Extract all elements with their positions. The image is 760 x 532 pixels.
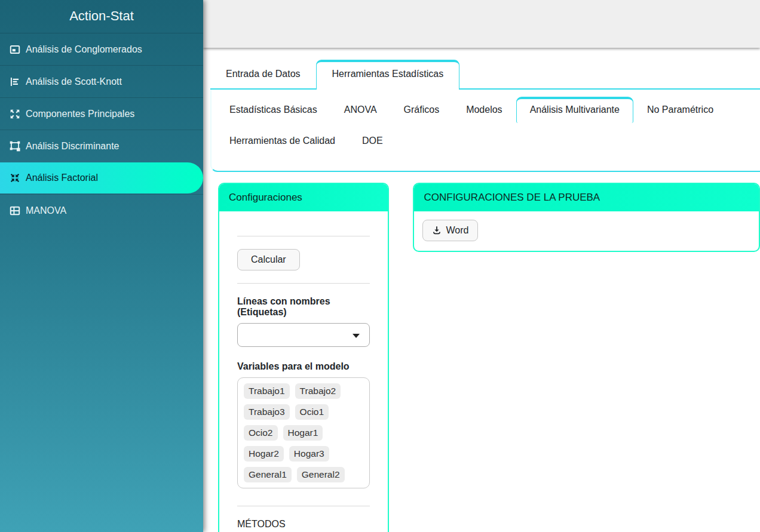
- tab-modelos[interactable]: Modelos: [453, 97, 515, 123]
- sidebar-item-label: Componentes Principales: [26, 109, 134, 119]
- bar-chart-icon: [10, 76, 20, 87]
- vector-square-icon: [10, 141, 20, 152]
- variable-chip[interactable]: General1: [244, 467, 292, 482]
- variable-chip[interactable]: General2: [297, 467, 345, 482]
- divider: [237, 283, 370, 284]
- labels-field-label: Líneas con nombres (Etiquetas): [237, 296, 370, 318]
- download-icon: [432, 226, 442, 235]
- tab-estadisticas-basicas[interactable]: Estadísticas Básicas: [216, 97, 330, 123]
- config-panel-title: Configuraciones: [219, 184, 388, 211]
- content-area: Entrada de Datos Herramientas Estadístic…: [203, 48, 760, 532]
- sidebar-item-manova[interactable]: MANOVA: [0, 194, 203, 226]
- app-root: Action-Stat Análisis de Conglomerados An…: [0, 0, 760, 532]
- tab-no-parametrico[interactable]: No Paramétrico: [634, 97, 727, 123]
- variable-chip[interactable]: Ocio2: [244, 425, 278, 441]
- divider: [237, 506, 370, 506]
- tab-entrada-de-datos[interactable]: Entrada de Datos: [210, 60, 316, 88]
- tab-anova[interactable]: ANOVA: [331, 97, 390, 123]
- chevron-down-icon: [353, 334, 360, 338]
- expand-arrows-icon: [10, 109, 20, 119]
- variable-chip[interactable]: Trabajo1: [244, 383, 290, 399]
- tab-doe[interactable]: DOE: [349, 128, 396, 154]
- word-button-label: Word: [446, 225, 468, 236]
- sidebar-item-scott-knott[interactable]: Análisis de Scott-Knott: [0, 65, 203, 97]
- variable-chip[interactable]: Hogar3: [289, 446, 329, 462]
- tab-herramientas-estadisticas[interactable]: Herramientas Estadísticas: [316, 60, 460, 90]
- app-title: Action-Stat: [0, 0, 203, 33]
- top-header-band: [203, 0, 760, 48]
- sidebar-item-label: Análisis Factorial: [26, 173, 98, 183]
- methods-heading: MÉTODOS: [237, 519, 370, 530]
- sidebar: Action-Stat Análisis de Conglomerados An…: [0, 0, 203, 532]
- sidebar-item-factorial[interactable]: Análisis Factorial: [0, 162, 203, 193]
- variables-multiselect[interactable]: Trabajo1 Trabajo2 Trabajo3 Ocio1 Ocio2 H…: [237, 377, 370, 488]
- word-export-button[interactable]: Word: [422, 220, 478, 241]
- tabbar-level2: Estadísticas Básicas ANOVA Gráficos Mode…: [216, 97, 757, 159]
- variable-chip[interactable]: Trabajo2: [295, 383, 341, 399]
- image-icon: [10, 44, 20, 55]
- main-area: Entrada de Datos Herramientas Estadístic…: [203, 0, 760, 532]
- tab-graficos[interactable]: Gráficos: [391, 97, 453, 123]
- tab-analisis-multivariante[interactable]: Análisis Multivariante: [516, 97, 633, 123]
- results-panel-body: Word: [414, 211, 759, 251]
- sidebar-item-label: Análisis Discriminante: [26, 141, 119, 152]
- subtab-panel: Estadísticas Básicas ANOVA Gráficos Mode…: [210, 90, 760, 172]
- variables-field-label: Variables para el modelo: [237, 361, 370, 372]
- variable-chip[interactable]: Ocio1: [295, 404, 329, 420]
- variable-chip[interactable]: Hogar2: [244, 446, 284, 462]
- calculate-button[interactable]: Calcular: [237, 249, 300, 270]
- sidebar-item-conglomerados[interactable]: Análisis de Conglomerados: [0, 33, 203, 65]
- sidebar-nav: Análisis de Conglomerados Análisis de Sc…: [0, 33, 203, 226]
- sidebar-item-label: Análisis de Scott-Knott: [26, 76, 122, 87]
- table-icon: [10, 205, 20, 216]
- results-panel-title: CONFIGURACIONES DE LA PRUEBA: [414, 184, 759, 211]
- config-panel-body: Calcular Líneas con nombres (Etiquetas) …: [219, 211, 388, 532]
- sidebar-item-label: Análisis de Conglomerados: [26, 44, 142, 55]
- divider: [237, 236, 370, 236]
- variable-chip[interactable]: Trabajo3: [244, 404, 290, 420]
- compress-arrows-icon: [10, 173, 20, 183]
- tabbar-level1: Entrada de Datos Herramientas Estadístic…: [210, 60, 760, 90]
- panels-row: Configuraciones Calcular Líneas con nomb…: [218, 183, 760, 532]
- variable-chip[interactable]: Hogar1: [283, 425, 323, 441]
- sidebar-item-componentes[interactable]: Componentes Principales: [0, 97, 203, 130]
- tab-herramientas-de-calidad[interactable]: Herramientas de Calidad: [216, 128, 348, 154]
- results-panel: CONFIGURACIONES DE LA PRUEBA Word: [413, 183, 760, 252]
- config-panel: Configuraciones Calcular Líneas con nomb…: [218, 183, 389, 532]
- labels-select[interactable]: [237, 323, 370, 347]
- sidebar-item-discriminante[interactable]: Análisis Discriminante: [0, 130, 203, 162]
- sidebar-item-label: MANOVA: [26, 205, 66, 216]
